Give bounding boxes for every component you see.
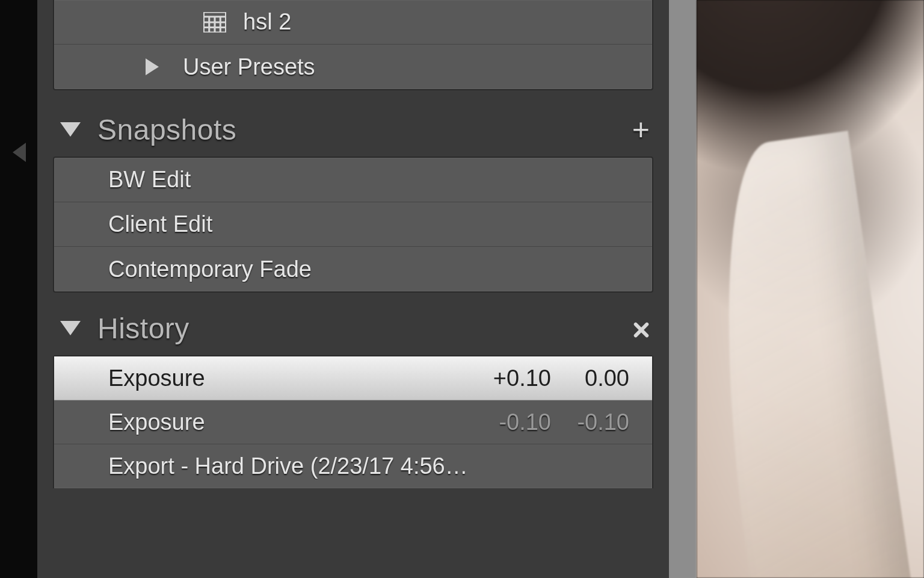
snapshot-item[interactable]: BW Edit xyxy=(54,158,652,202)
preset-grid-icon xyxy=(203,12,226,33)
snapshot-item[interactable]: Contemporary Fade xyxy=(54,247,652,291)
snapshots-title: Snapshots xyxy=(97,113,629,146)
history-item-value: -0.10 xyxy=(551,409,629,435)
history-header[interactable]: History xyxy=(37,301,669,355)
history-item[interactable]: Exposure -0.10 -0.10 xyxy=(54,400,652,444)
history-item-delta: +0.10 xyxy=(473,365,551,391)
snapshot-item-label: BW Edit xyxy=(108,167,629,193)
history-item-value: 0.00 xyxy=(551,365,629,391)
history-item[interactable]: Export - Hard Drive (2/23/17 4:56:02 PM) xyxy=(54,444,652,488)
close-icon xyxy=(633,322,650,338)
history-item-label: Export - Hard Drive (2/23/17 4:56:02 PM) xyxy=(108,453,473,479)
collapse-left-icon xyxy=(13,143,26,162)
disclosure-down-icon xyxy=(60,321,81,335)
history-item-label: Exposure xyxy=(108,365,473,391)
panel-collapse-strip[interactable] xyxy=(0,0,37,578)
history-item[interactable]: Exposure +0.10 0.00 xyxy=(54,356,652,400)
disclosure-right-icon xyxy=(146,58,159,75)
image-preview[interactable] xyxy=(697,0,924,578)
history-item-label: Exposure xyxy=(108,409,473,435)
snapshot-item-label: Contemporary Fade xyxy=(108,256,629,282)
add-snapshot-button[interactable] xyxy=(629,114,653,144)
snapshots-list: BW Edit Client Edit Contemporary Fade xyxy=(53,157,653,293)
preset-item[interactable]: hsl 2 xyxy=(54,0,652,45)
history-item-delta: -0.10 xyxy=(473,409,551,435)
history-list: Exposure +0.10 0.00 Exposure -0.10 -0.10… xyxy=(53,355,653,488)
snapshots-header[interactable]: Snapshots xyxy=(37,102,669,157)
preset-folder-label: User Presets xyxy=(183,54,315,80)
disclosure-down-icon xyxy=(60,122,81,137)
panel-resize-gutter[interactable] xyxy=(669,0,697,578)
snapshot-item[interactable]: Client Edit xyxy=(54,202,652,247)
clear-history-button[interactable] xyxy=(629,313,653,343)
presets-list-fragment: hsl 2 User Presets xyxy=(53,0,653,90)
preset-folder-user[interactable]: User Presets xyxy=(54,45,652,89)
history-title: History xyxy=(97,312,629,345)
snapshot-item-label: Client Edit xyxy=(108,211,629,237)
left-panel: hsl 2 User Presets Snapshots BW Edit Cli… xyxy=(37,0,669,578)
preset-item-label: hsl 2 xyxy=(243,9,291,35)
